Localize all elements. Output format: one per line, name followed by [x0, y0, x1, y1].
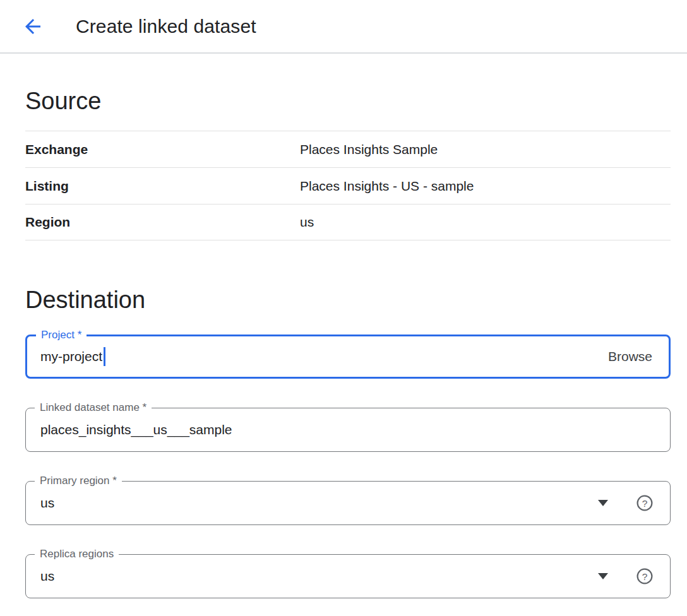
destination-heading: Destination	[25, 285, 671, 314]
project-field-label: Project *	[36, 329, 87, 341]
arrow-back-icon	[21, 15, 44, 38]
dropdown-arrow-icon	[598, 573, 608, 579]
page-title: Create linked dataset	[76, 16, 256, 37]
header: Create linked dataset	[0, 0, 687, 54]
create-linked-dataset-form: Source Exchange Places Insights Sample L…	[0, 86, 687, 598]
linked-dataset-name-field[interactable]: Linked dataset name * places_insights___…	[25, 408, 671, 452]
project-input[interactable]: my-project	[40, 349, 102, 364]
listing-label: Listing	[25, 179, 300, 194]
svg-text:?: ?	[642, 498, 648, 509]
text-cursor	[104, 347, 105, 366]
exchange-label: Exchange	[25, 142, 300, 157]
primary-region-select[interactable]: Primary region * us ?	[25, 481, 671, 525]
source-row-region: Region us	[25, 204, 671, 240]
back-button[interactable]	[19, 13, 47, 40]
source-table: Exchange Places Insights Sample Listing …	[25, 131, 671, 240]
replica-regions-help-icon[interactable]: ?	[636, 567, 654, 585]
source-row-listing: Listing Places Insights - US - sample	[25, 167, 671, 204]
linked-dataset-name-input[interactable]: places_insights___us___sample	[40, 422, 232, 437]
source-row-exchange: Exchange Places Insights Sample	[25, 131, 671, 167]
replica-regions-select[interactable]: Replica regions us ?	[25, 554, 671, 598]
exchange-value: Places Insights Sample	[300, 142, 671, 157]
region-value: us	[300, 215, 671, 230]
listing-value: Places Insights - US - sample	[300, 179, 671, 194]
replica-regions-label: Replica regions	[35, 548, 119, 560]
project-field[interactable]: Project * my-project Browse	[25, 335, 671, 379]
svg-text:?: ?	[642, 571, 648, 582]
primary-region-value: us	[40, 495, 54, 511]
replica-regions-value: us	[40, 569, 54, 584]
linked-dataset-name-label: Linked dataset name *	[35, 401, 152, 414]
primary-region-label: Primary region *	[35, 475, 122, 487]
source-heading: Source	[25, 86, 671, 116]
browse-button[interactable]: Browse	[607, 345, 654, 368]
primary-region-help-icon[interactable]: ?	[636, 494, 654, 512]
dropdown-arrow-icon	[598, 500, 608, 506]
region-label: Region	[25, 215, 300, 230]
